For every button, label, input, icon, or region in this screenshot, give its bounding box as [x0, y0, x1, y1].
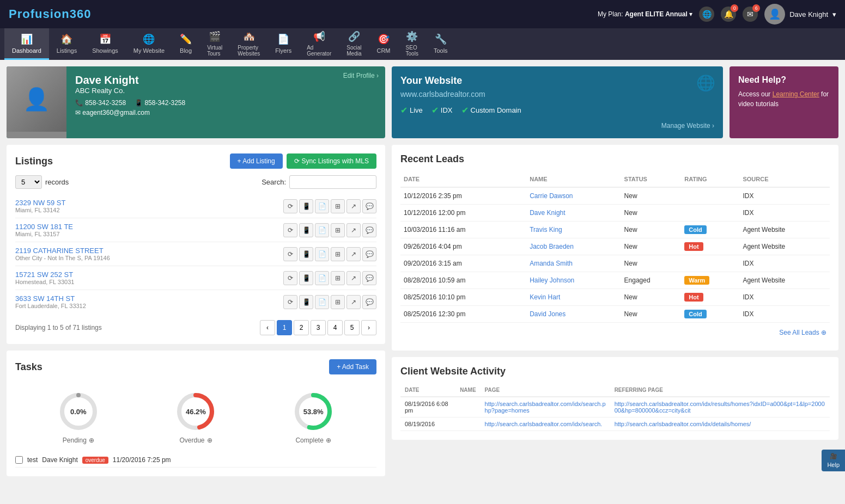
act-date: 08/19/2016 6:08 pm [400, 397, 455, 417]
listing-mobile-btn[interactable]: 📱 [299, 223, 313, 237]
live-badge: ✔ Live [400, 105, 423, 115]
listing-mobile-btn[interactable]: 📱 [299, 295, 313, 309]
lead-name[interactable]: Kevin Hart [530, 293, 560, 301]
overdue-label: Overdue ⊕ [179, 437, 212, 444]
listing-edit-btn[interactable]: ⊞ [331, 271, 345, 285]
listing-doc-btn[interactable]: 📄 [315, 247, 329, 261]
custom-domain-check-icon: ✔ [461, 105, 469, 115]
nav-item-virtual-tours[interactable]: 🎬 VirtualTours [199, 28, 230, 60]
lead-name[interactable]: Dave Knight [530, 209, 565, 217]
act-col-date: DATE [400, 384, 455, 397]
listing-address[interactable]: 2119 CATHARINE STREET [15, 247, 110, 255]
act-ref-link[interactable]: http://search.carlsbadrealtor.com/idx/de… [615, 421, 751, 427]
listing-doc-btn[interactable]: 📄 [315, 295, 329, 309]
learning-center-link[interactable]: Learning Center [773, 90, 819, 98]
listing-chat-btn[interactable]: 💬 [362, 199, 376, 213]
listing-address[interactable]: 2329 NW 59 ST [15, 199, 66, 207]
listing-share-btn[interactable]: ↗ [346, 247, 361, 261]
manage-website-link[interactable]: Manage Website › [661, 122, 714, 130]
nav-item-crm[interactable]: 🎯 CRM [369, 28, 398, 60]
listing-city: Miami, FL 33157 [15, 231, 73, 237]
lead-name[interactable]: Hailey Johnson [530, 276, 574, 284]
profile-image: 👤 [7, 66, 66, 132]
globe-nav-icon[interactable]: 🌐 [699, 7, 714, 22]
nav-item-seo-tools[interactable]: ⚙️ SEOTools [398, 28, 426, 60]
listing-address[interactable]: 15721 SW 252 ST [15, 271, 74, 279]
listing-chat-btn[interactable]: 💬 [362, 247, 376, 261]
edit-profile-link[interactable]: Edit Profile › [337, 66, 385, 138]
listing-address[interactable]: 3633 SW 14TH ST [15, 294, 86, 303]
listing-share-btn[interactable]: ↗ [346, 223, 361, 237]
listing-share-btn[interactable]: ↗ [346, 199, 361, 213]
listing-sync-btn[interactable]: ⟳ [283, 271, 297, 285]
listing-doc-btn[interactable]: 📄 [315, 271, 329, 285]
listing-edit-btn[interactable]: ⊞ [331, 199, 345, 213]
nav-item-tools[interactable]: 🔧 Tools [426, 28, 455, 60]
rating-badge: Hot [684, 242, 703, 251]
bell-icon[interactable]: 🔔 0 [721, 7, 736, 22]
lead-name[interactable]: Amanda Smith [530, 260, 573, 267]
nav-item-showings[interactable]: 📅 Showings [84, 28, 126, 60]
user-menu[interactable]: 👤 Dave Knight ▾ [764, 4, 836, 24]
lead-source: IDX [739, 289, 830, 306]
nav-item-blog[interactable]: ✏️ Blog [172, 28, 199, 60]
nav-item-social-media[interactable]: 🔗 SocialMedia [339, 28, 369, 60]
add-listing-button[interactable]: + Add Listing [230, 153, 283, 169]
listing-edit-btn[interactable]: ⊞ [331, 223, 345, 237]
see-all-link[interactable]: See All Leads ⊕ [779, 329, 826, 336]
listing-chat-btn[interactable]: 💬 [362, 271, 376, 285]
listing-edit-btn[interactable]: ⊞ [331, 295, 345, 309]
lead-name[interactable]: Jacob Braeden [530, 243, 574, 250]
act-page-link[interactable]: http://search.carlsbadrealtor.com/idx/se… [485, 401, 606, 414]
page-btn-5[interactable]: 5 [344, 320, 360, 335]
lead-name[interactable]: Travis King [530, 226, 562, 233]
listing-address[interactable]: 11200 SW 181 TE [15, 223, 73, 231]
nav-item-my-website[interactable]: 🌐 My Website [126, 28, 172, 60]
act-page-link[interactable]: http://search.carlsbadrealtor.com/idx/se… [485, 421, 603, 427]
pagination-prev[interactable]: ‹ [260, 320, 275, 335]
listing-sync-btn[interactable]: ⟳ [283, 223, 297, 237]
task-checkbox[interactable] [15, 456, 23, 464]
listing-mobile-btn[interactable]: 📱 [299, 199, 313, 213]
page-btn-3[interactable]: 3 [311, 320, 326, 335]
listing-share-btn[interactable]: ↗ [346, 271, 361, 285]
nav-item-listings[interactable]: 🏠 Listings [49, 28, 84, 60]
act-ref-link[interactable]: http://search.carlsbadrealtor.com/idx/re… [615, 401, 825, 414]
search-input[interactable] [289, 175, 376, 189]
add-task-button[interactable]: + Add Task [329, 359, 376, 374]
lead-name[interactable]: Carrie Dawson [530, 192, 573, 200]
listing-share-btn[interactable]: ↗ [346, 295, 361, 309]
search-box: Search: [262, 175, 376, 189]
page-btn-4[interactable]: 4 [327, 320, 343, 335]
listing-doc-btn[interactable]: 📄 [315, 223, 329, 237]
lead-name[interactable]: David Jones [530, 310, 566, 318]
listing-doc-btn[interactable]: 📄 [315, 199, 329, 213]
listing-chat-btn[interactable]: 💬 [362, 223, 376, 237]
page-btn-2[interactable]: 2 [294, 320, 309, 335]
pagination-next[interactable]: › [361, 320, 376, 335]
listing-city: Fort Lauderdale, FL 33312 [15, 303, 86, 309]
complete-donut: 53.8% Complete ⊕ [291, 390, 335, 444]
sync-listings-button[interactable]: ⟳ Sync Listings with MLS [287, 153, 376, 169]
pending-label: Pending ⊕ [63, 437, 94, 444]
help-float-button[interactable]: 🎥 Help [822, 450, 845, 471]
see-all-leads: See All Leads ⊕ [400, 323, 830, 342]
complete-label: Complete ⊕ [295, 437, 331, 444]
listing-mobile-btn[interactable]: 📱 [299, 247, 313, 261]
nav-item-flyers[interactable]: 📄 Flyers [268, 28, 299, 60]
page-btn-1[interactable]: 1 [277, 320, 292, 335]
col-status: STATUS [621, 171, 682, 187]
nav-item-property-websites[interactable]: 🏘️ PropertyWebsites [230, 28, 268, 60]
nav-item-ad-generator[interactable]: 📢 AdGenerator [299, 28, 339, 60]
listing-chat-btn[interactable]: 💬 [362, 295, 376, 309]
listing-sync-btn[interactable]: ⟳ [283, 295, 297, 309]
listing-sync-btn[interactable]: ⟳ [283, 199, 297, 213]
two-col-section: Listings + Add Listing ⟳ Sync Listings w… [7, 145, 838, 476]
listing-edit-btn[interactable]: ⊞ [331, 247, 345, 261]
records-dropdown[interactable]: 5 10 25 [15, 175, 42, 189]
left-column: Listings + Add Listing ⟳ Sync Listings w… [7, 145, 385, 476]
nav-item-dashboard[interactable]: 📊 Dashboard [4, 28, 49, 60]
listing-sync-btn[interactable]: ⟳ [283, 247, 297, 261]
messages-icon[interactable]: ✉ 6 [743, 7, 758, 22]
listing-mobile-btn[interactable]: 📱 [299, 271, 313, 285]
